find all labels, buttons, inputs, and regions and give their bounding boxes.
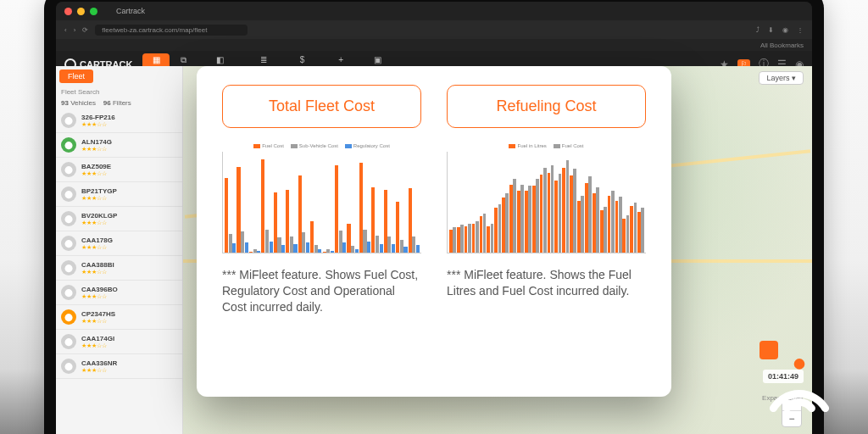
refueling-cost-title: Refueling Cost [447,85,646,128]
nav-icon: ≣ [260,56,267,64]
list-item[interactable]: ⬤BAZ509E★★★☆☆ [56,158,182,182]
nav-back-icon[interactable]: ‹ [64,26,67,34]
plate: CAA174GI [81,335,114,342]
vehicle-count: 93 [61,99,69,107]
rating-icon: ★★★☆☆ [81,318,115,325]
status-icon: ⬤ [61,359,76,374]
nav-forward-icon[interactable]: › [74,26,76,34]
plate: CP2347HS [81,310,115,318]
close-icon[interactable] [64,8,72,15]
nav-icon: ◧ [216,56,224,64]
plate: BAZ509E [81,163,111,170]
rating-icon: ★★★☆☆ [81,121,115,128]
vehicle-count-label: Vehicles [70,99,96,107]
rating-icon: ★★★☆☆ [81,342,114,349]
filter-count: 96 [103,99,111,107]
sidebar: Fleet Fleet Search 93 Vehicles 96 Filter… [56,66,183,434]
list-item[interactable]: ⬤BP21TYGP★★★☆☆ [56,182,182,207]
list-item[interactable]: ⬤CAA174GI★★★☆☆ [56,330,182,354]
status-icon: ⬤ [61,236,76,251]
modal-card: Total Fleet Cost Fuel Cost Sub-Vehicle C… [197,66,671,397]
tab-fleet[interactable]: Fleet [59,70,93,83]
status-icon: ⬤ [61,137,76,153]
sidebar-search-label: Fleet Search [61,88,99,96]
browser-url-bar: ‹ › ⟳ fleetweb-za.cartrack.com/map/fleet… [56,20,812,39]
download-icon[interactable]: ⬇ [768,26,774,34]
rating-icon: ★★★☆☆ [81,195,117,202]
rating-icon: ★★★☆☆ [81,220,117,226]
filter-count-label: Filters [113,99,131,107]
status-icon: ⬤ [61,113,76,128]
layers-button[interactable]: Layers ▾ [759,71,804,85]
total-fleet-cost-title: Total Fleet Cost [222,85,421,128]
status-icon: ⬤ [61,285,76,300]
plate: CAA336NR [81,359,117,367]
nav-icon: + [338,56,343,64]
right-chart-legend: Fuel in Litres Fuel Cost [447,143,646,148]
nav-icon: ▦ [153,56,160,64]
share-icon[interactable]: ⤴ [756,26,760,34]
left-description: *** MiFleet feature. Shows Fuel Cost, Re… [222,267,421,315]
status-icon: ⬤ [61,309,76,325]
rating-icon: ★★★☆☆ [81,293,118,300]
left-chart-legend: Fuel Cost Sub-Vehicle Cost Regulatory Co… [222,143,421,148]
maximize-icon[interactable] [90,8,97,15]
list-item[interactable]: ⬤CAA388BI★★★☆☆ [56,256,182,281]
rating-icon: ★★★☆☆ [81,367,117,374]
reload-icon[interactable]: ⟳ [82,26,88,34]
total-fleet-cost-chart: Fuel Cost Sub-Vehicle Cost Regulatory Co… [222,143,421,253]
bookmarks-label[interactable]: All Bookmarks [760,42,804,49]
plate: 326-FP216 [81,114,115,121]
watermark-logo-icon [761,344,837,420]
list-item[interactable]: ⬤CP2347HS★★★☆☆ [56,305,182,330]
modal-left-column: Total Fleet Cost Fuel Cost Sub-Vehicle C… [222,85,421,378]
rating-icon: ★★★☆☆ [81,146,112,153]
status-icon: ⬤ [61,162,76,177]
status-icon: ⬤ [61,260,76,275]
mac-window-controls: Cartrack [56,2,812,20]
plate: ALN174G [81,138,112,146]
list-item[interactable]: ⬤CAA396BO★★★☆☆ [56,281,182,305]
right-description: *** MiFleet feature. Shows the Fuel Litr… [447,267,646,299]
profile-icon[interactable]: ◉ [782,26,788,34]
status-icon: ⬤ [61,211,76,226]
list-item[interactable]: ⬤BV20KLGP★★★☆☆ [56,207,182,231]
list-item[interactable]: ⬤326-FP216★★★☆☆ [56,108,182,133]
url-input[interactable]: fleetweb-za.cartrack.com/map/fleet [95,25,248,36]
modal-right-column: Refueling Cost Fuel in Litres Fuel Cost … [447,85,646,378]
nav-icon: $ [300,56,305,64]
list-item[interactable]: ⬤CAA336NR★★★☆☆ [56,354,182,379]
nav-icon: ⧉ [181,56,186,64]
plate: CAA396BO [81,286,118,293]
nav-icon: ▣ [374,56,381,64]
browser-tab-title[interactable]: Cartrack [116,7,145,15]
plate: CAA388BI [81,261,114,269]
rating-icon: ★★★☆☆ [81,269,114,275]
plate: BV20KLGP [81,212,117,220]
plate: BP21TYGP [81,187,117,195]
menu-icon[interactable]: ⋮ [797,26,804,34]
status-icon: ⬤ [61,334,76,349]
svg-point-0 [794,359,805,370]
refueling-cost-chart: Fuel in Litres Fuel Cost [447,143,646,253]
rating-icon: ★★★☆☆ [81,170,111,177]
rating-icon: ★★★☆☆ [81,244,113,251]
list-item[interactable]: ⬤CAA178G★★★☆☆ [56,231,182,256]
list-item[interactable]: ⬤ALN174G★★★☆☆ [56,133,182,158]
plate: CAA178G [81,236,113,244]
minimize-icon[interactable] [77,8,85,15]
status-icon: ⬤ [61,186,76,202]
